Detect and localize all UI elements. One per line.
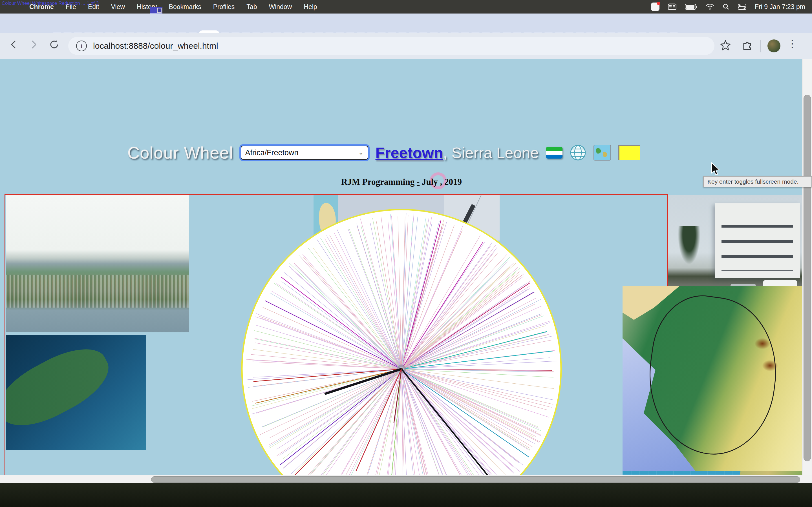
freetown-aerial-photo [6, 195, 189, 332]
spotlight-search-icon[interactable] [723, 3, 729, 10]
mouse-cursor [711, 162, 721, 176]
world-map-icon [594, 145, 611, 161]
fullscreen-tooltip: Key enter toggles fullscreen mode. [703, 176, 812, 187]
overlay-annotation-text: Colour Wheel Whitespace Reduction ... 1 … [2, 1, 99, 6]
horizontal-scrollbar-thumb[interactable] [151, 476, 800, 483]
menu-item-view[interactable]: View [111, 3, 125, 11]
url-text[interactable]: localhost:8888/colour_wheel.html [93, 41, 218, 51]
desktop-background: ☻♫☰3✉✆203▤∿❀▣⌗›_✎AFZGN⌖tvF⊘B▧♬✦▮▯9JAN▤QI… [0, 483, 812, 507]
control-center-icon[interactable] [738, 3, 746, 10]
menu-status-area: Fri 9 Jan 7:23 pm [651, 0, 805, 13]
menu-item-window[interactable]: Window [269, 3, 292, 11]
forward-button[interactable] [28, 39, 40, 50]
overlay-annotation-icon [150, 7, 162, 13]
menu-item-bookmarks[interactable]: Bookmarks [169, 3, 201, 11]
timezone-select[interactable]: Africa/Freetown ⌄ [241, 146, 368, 160]
horizontal-scrollbar[interactable] [0, 475, 812, 483]
chrome-tab-strip: a▶A●a↯◎ ◌◗✎✎✎✎ ✕ ✎✎▶✎✎✎✎✎✎● ◎A◎A◎AS◎⚑◔▦◎… [0, 13, 812, 33]
toolbar-separator [760, 40, 761, 52]
vertical-scrollbar[interactable] [802, 59, 812, 475]
chrome-menu-kebab-icon[interactable]: ⋮ [787, 38, 797, 50]
vertical-scrollbar-thumb[interactable] [804, 95, 811, 461]
menu-clock[interactable]: Fri 9 Jan 7:23 pm [755, 3, 805, 11]
sierra-leone-topo-map [622, 286, 812, 471]
freetown-building-photo [668, 195, 805, 299]
subtitle-dash-link[interactable]: - [417, 177, 419, 187]
battery-icon[interactable] [685, 4, 697, 10]
chrome-toolbar: i localhost:8888/colour_wheel.html ⋮ [0, 33, 812, 59]
keyboard-icon[interactable] [668, 3, 676, 10]
profile-avatar[interactable] [767, 40, 780, 52]
menu-item-help[interactable]: Help [304, 3, 317, 11]
page-title: Colour Wheel [128, 143, 234, 163]
bookmark-star-icon[interactable] [719, 40, 731, 51]
country-label: , Sierra Leone [443, 144, 539, 161]
status-app-icon[interactable] [651, 3, 659, 11]
macos-menu-bar: Chrome File Edit View History Bookmarks … [0, 0, 812, 13]
back-button[interactable] [8, 39, 19, 50]
subtitle: RJM Programming - July , 2019 [0, 177, 803, 187]
timezone-select-value: Africa/Freetown [245, 149, 299, 157]
menu-item-tab[interactable]: Tab [246, 3, 257, 11]
extensions-puzzle-icon[interactable] [742, 40, 753, 51]
chevron-down-icon: ⌄ [358, 149, 363, 156]
site-info-icon[interactable]: i [76, 41, 87, 51]
address-bar[interactable]: i localhost:8888/colour_wheel.html [68, 37, 714, 55]
page-header: Colour Wheel Africa/Freetown ⌄ Freetown,… [128, 138, 640, 167]
wifi-icon[interactable] [706, 3, 714, 10]
colour-swatch[interactable] [618, 145, 640, 160]
colour-wheel-canvas [239, 207, 564, 483]
globe-icon [570, 145, 586, 161]
menu-item-profiles[interactable]: Profiles [213, 3, 235, 11]
page-viewport: Colour Wheel Africa/Freetown ⌄ Freetown,… [0, 59, 812, 483]
freetown-satellite-photo [6, 335, 146, 450]
sierra-leone-flag-icon [546, 147, 562, 159]
reload-button[interactable] [49, 39, 60, 50]
freetown-link[interactable]: Freetown [375, 144, 443, 161]
